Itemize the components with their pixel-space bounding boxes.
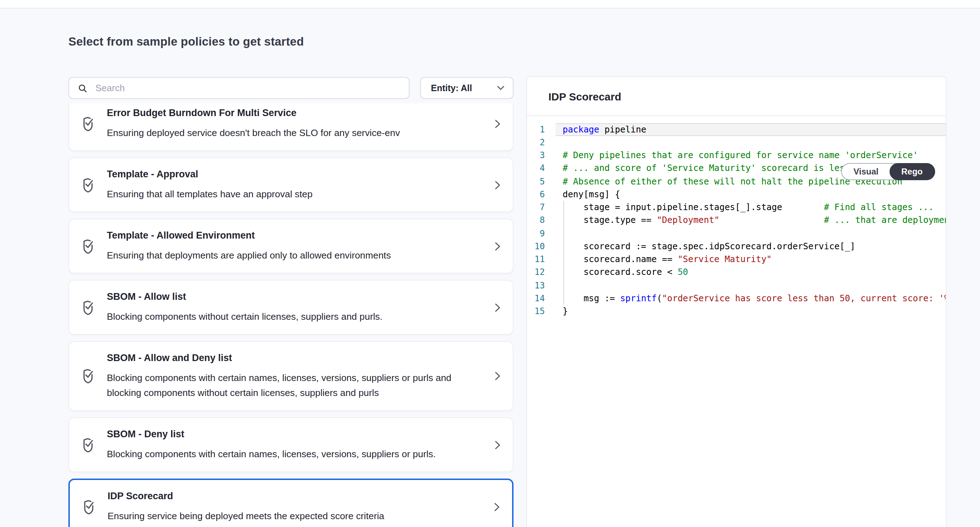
policy-card[interactable]: SBOM - Deny list Blocking components wit… [68, 417, 514, 472]
line-number: 9 [527, 227, 545, 240]
line-number: 8 [527, 214, 545, 227]
line-number: 1 [527, 123, 545, 136]
shield-check-icon [80, 367, 97, 385]
search-input[interactable] [94, 82, 395, 94]
policy-card-text: Error Budget Burndown For Multi Service … [107, 107, 484, 140]
search-box[interactable] [68, 77, 409, 99]
shield-check-icon [80, 298, 97, 317]
code-line-content: stage.type == "Deployment" # ... that ar… [555, 214, 945, 227]
policy-card-text: SBOM - Deny list Blocking components wit… [107, 428, 484, 462]
code-line-content: # Deny pipelines that are configured for… [555, 149, 945, 162]
policy-description: Blocking components without certain lice… [107, 309, 466, 324]
code-lines: 1 package pipeline 2 3 # Deny pipelines … [527, 123, 945, 318]
code-line-content: scorecard.score < 50 [555, 266, 945, 279]
code-line: 7 stage = input.pipeline.stages[_].stage… [527, 201, 945, 214]
code-line: 8 stage.type == "Deployment" # ... that … [527, 214, 945, 227]
policy-title: SBOM - Allow and Deny list [107, 352, 484, 365]
policy-card[interactable]: SBOM - Allow list Blocking components wi… [68, 280, 514, 335]
policy-description: Ensuring that all templates have an appr… [107, 186, 466, 202]
line-number: 3 [527, 149, 545, 162]
code-line-content: msg := sprintf("orderService has score l… [555, 292, 945, 305]
top-divider-bar [0, 0, 980, 8]
code-line: 9 [527, 227, 945, 240]
code-line-content: } [555, 305, 945, 318]
policy-card-text: Template - Allowed Environment Ensuring … [107, 229, 484, 263]
line-number: 6 [527, 188, 545, 201]
line-number: 2 [527, 136, 545, 149]
preview-title: IDP Scorecard [549, 90, 621, 102]
policy-preview-panel: IDP Scorecard 1 package pipeline 2 3 # D… [526, 76, 946, 527]
search-icon [78, 83, 88, 93]
line-number: 13 [527, 279, 545, 292]
policy-description: Blocking components with certain names, … [107, 370, 466, 400]
code-line-content: scorecard.name == "Service Maturity" [555, 253, 945, 266]
chevron-right-icon[interactable] [492, 118, 503, 129]
policy-description: Blocking components with certain names, … [107, 447, 466, 462]
chevron-right-icon[interactable] [491, 501, 502, 513]
visual-rego-toggle: Visual Rego [842, 163, 935, 180]
page-title: Select from sample policies to get start… [68, 35, 304, 48]
policy-card-text: Template - Approval Ensuring that all te… [107, 168, 484, 202]
line-number: 11 [527, 253, 545, 266]
code-line: 6 deny[msg] { [527, 188, 945, 201]
policy-card[interactable]: Template - Allowed Environment Ensuring … [68, 219, 514, 274]
code-line: 3 # Deny pipelines that are configured f… [527, 149, 945, 162]
rego-code-editor[interactable]: 1 package pipeline 2 3 # Deny pipelines … [527, 116, 945, 527]
policy-card-text: SBOM - Allow and Deny list Blocking comp… [107, 352, 484, 400]
policy-description: Ensuring deployed service doesn't breach… [107, 125, 466, 140]
toggle-option-rego[interactable]: Rego [889, 163, 935, 180]
code-line: 14 msg := sprintf("orderService has scor… [527, 292, 945, 305]
policy-samples-page: Select from sample policies to get start… [0, 0, 980, 527]
code-line-content: deny[msg] { [555, 188, 945, 201]
shield-check-icon [80, 175, 97, 194]
code-line: 11 scorecard.name == "Service Maturity" [527, 253, 945, 266]
toggle-option-visual[interactable]: Visual [842, 164, 890, 180]
policy-title: Template - Allowed Environment [107, 229, 484, 242]
chevron-right-icon[interactable] [492, 439, 503, 451]
shield-check-icon [80, 237, 97, 255]
line-number: 7 [527, 201, 545, 214]
policy-list: Error Budget Burndown For Multi Service … [68, 103, 514, 527]
line-number: 5 [527, 175, 545, 188]
entity-filter-dropdown[interactable]: Entity: All [420, 77, 514, 99]
policy-description: Ensuring that deployments are applied on… [107, 248, 466, 263]
policy-card[interactable]: Template - Approval Ensuring that all te… [68, 158, 514, 212]
policy-title: Error Budget Burndown For Multi Service [107, 107, 484, 119]
policy-title: IDP Scorecard [108, 490, 484, 503]
shield-check-icon [80, 114, 97, 133]
code-line-content [555, 279, 945, 292]
code-line-content [555, 227, 945, 240]
code-line-content: stage = input.pipeline.stages[_].stage #… [555, 201, 945, 214]
entity-filter-label: Entity: All [431, 83, 472, 93]
policy-toolbar: Entity: All [68, 77, 514, 99]
line-number: 10 [527, 240, 545, 253]
policy-title: Template - Approval [107, 168, 484, 181]
code-line: 2 [527, 136, 945, 149]
shield-check-icon [81, 497, 97, 516]
policy-title: SBOM - Deny list [107, 428, 484, 441]
code-line: 1 package pipeline [527, 123, 945, 136]
code-line: 12 scorecard.score < 50 [527, 266, 945, 279]
policy-card-text: SBOM - Allow list Blocking components wi… [107, 291, 484, 324]
code-line-content: scorecard := stage.spec.idpScorecard.ord… [555, 240, 945, 253]
shield-check-icon [80, 435, 97, 454]
chevron-right-icon[interactable] [492, 179, 503, 191]
code-line: 15 } [527, 305, 945, 318]
chevron-right-icon[interactable] [492, 302, 503, 313]
policy-card[interactable]: Error Budget Burndown For Multi Service … [68, 103, 514, 151]
policy-card[interactable]: IDP Scorecard Ensuring service being dep… [68, 479, 514, 527]
code-line: 13 [527, 279, 945, 292]
chevron-down-icon [497, 86, 504, 91]
code-line: 10 scorecard := stage.spec.idpScorecard.… [527, 240, 945, 253]
chevron-right-icon[interactable] [492, 240, 503, 252]
line-number: 4 [527, 162, 545, 175]
policy-card-text: IDP Scorecard Ensuring service being dep… [108, 490, 484, 524]
preview-header: IDP Scorecard [527, 77, 945, 116]
line-number: 15 [527, 305, 545, 318]
policy-card[interactable]: SBOM - Allow and Deny list Blocking comp… [68, 341, 514, 411]
chevron-right-icon[interactable] [492, 370, 503, 382]
line-number: 14 [527, 292, 545, 305]
code-line-content: package pipeline [555, 123, 945, 136]
policy-title: SBOM - Allow list [107, 291, 484, 303]
policy-description: Ensuring service being deployed meets th… [108, 508, 467, 524]
